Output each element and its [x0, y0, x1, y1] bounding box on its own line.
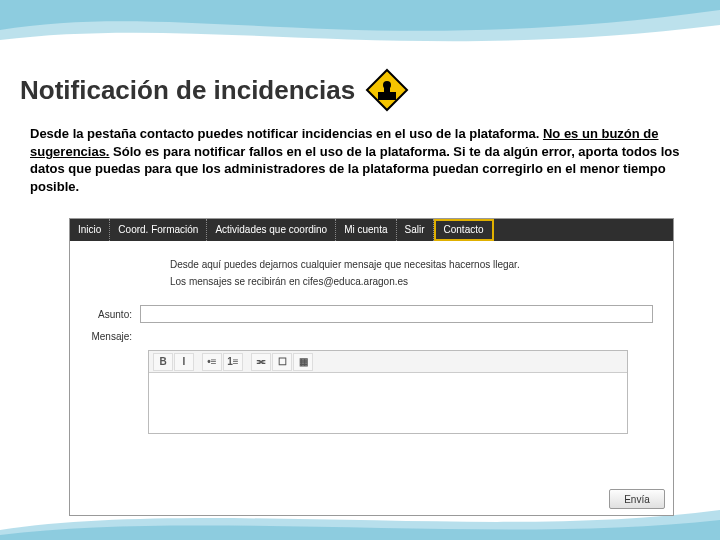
intro-text: Desde aquí puedes dejarnos cualquier men… [70, 241, 673, 297]
svg-rect-3 [384, 87, 390, 95]
nav-item-contacto[interactable]: Contacto [434, 219, 494, 241]
body-text-a: Desde la pestaña contacto puedes notific… [30, 126, 543, 141]
caution-sign-icon [365, 68, 409, 112]
bold-icon[interactable]: B [153, 353, 173, 371]
separator-icon [195, 353, 201, 371]
body-paragraph: Desde la pestaña contacto puedes notific… [30, 125, 680, 195]
editor-body[interactable] [149, 373, 627, 433]
image-icon[interactable]: ☐ [272, 353, 292, 371]
rich-text-editor[interactable]: B I •≡ 1≡ ⫘ ☐ ▦ [148, 350, 628, 434]
intro-line1: Desde aquí puedes dejarnos cualquier men… [170, 259, 653, 270]
bullet-list-icon[interactable]: •≡ [202, 353, 222, 371]
nav-item-actividades[interactable]: Actividades que coordino [207, 219, 336, 241]
separator-icon [244, 353, 250, 371]
nav-item-inicio[interactable]: Inicio [70, 219, 110, 241]
table-icon[interactable]: ▦ [293, 353, 313, 371]
mensaje-label: Mensaje: [90, 331, 140, 342]
nav-item-cuenta[interactable]: Mi cuenta [336, 219, 396, 241]
editor-toolbar: B I •≡ 1≡ ⫘ ☐ ▦ [149, 351, 627, 373]
italic-icon[interactable]: I [174, 353, 194, 371]
link-icon[interactable]: ⫘ [251, 353, 271, 371]
nav-item-coord[interactable]: Coord. Formación [110, 219, 207, 241]
decorative-wave-top [0, 0, 720, 60]
asunto-label: Asunto: [90, 309, 140, 320]
nav-item-salir[interactable]: Salir [397, 219, 434, 241]
send-button[interactable]: Envía [609, 489, 665, 509]
page-title: Notificación de incidencias [20, 75, 355, 106]
numbered-list-icon[interactable]: 1≡ [223, 353, 243, 371]
body-text-c: Sólo es para notificar fallos en el uso … [30, 144, 679, 194]
embedded-screenshot: Inicio Coord. Formación Actividades que … [69, 218, 674, 516]
intro-line2: Los mensajes se recibirán en cifes@educa… [170, 276, 653, 287]
nav-bar: Inicio Coord. Formación Actividades que … [70, 219, 673, 241]
asunto-input[interactable] [140, 305, 653, 323]
